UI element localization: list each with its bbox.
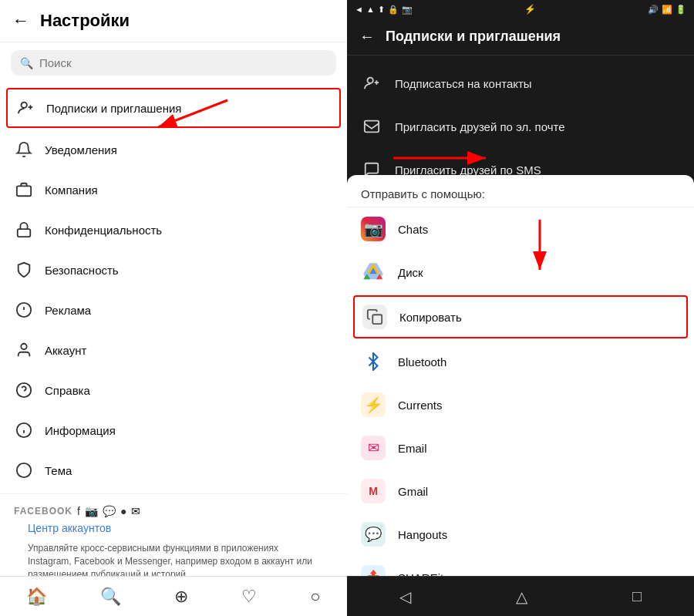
right-header: ← Подписки и приглашения	[347, 19, 694, 56]
fb-logo-icon: f	[77, 505, 80, 517]
left-bottom-nav: 🏠 🔍 ⊕ ♡ ○	[0, 576, 347, 616]
megaphone-icon	[14, 300, 34, 320]
share-item-hangouts[interactable]: 💬 Hangouts	[347, 513, 694, 556]
right-back-button[interactable]: ←	[359, 28, 375, 45]
left-menu-content: Подписки и приглашения Уведомления Компа…	[0, 83, 347, 576]
right-label-subscribe-contacts: Подписаться на контакты	[395, 77, 532, 90]
menu-item-help[interactable]: Справка	[0, 370, 347, 410]
menu-item-subscriptions[interactable]: Подписки и приглашения	[6, 88, 341, 128]
email-app-icon: ✉	[361, 436, 386, 460]
facebook-section: FACEBOOK f 📷 💬 ● ✉ Центр аккаунтов Управ…	[0, 493, 347, 576]
download-icon: ⬆	[378, 5, 385, 15]
right-nav-home-button[interactable]: △	[516, 587, 527, 606]
centro-accounts-link[interactable]: Центр аккаунтов	[14, 517, 333, 539]
status-bar: ◄ ▲ ⬆ 🔒 📷 ⚡ 🔊 📶 🔋	[347, 0, 694, 19]
lock-icon	[14, 220, 34, 240]
right-bottom-nav: ◁ △ □	[347, 576, 694, 616]
share-item-drive[interactable]: Диск	[347, 251, 694, 294]
svg-point-14	[17, 463, 31, 477]
nav-search-button[interactable]: 🔍	[100, 587, 121, 607]
status-left-icons: ◄ ▲ ⬆ 🔒 📷	[355, 5, 413, 15]
shareit-icon: 📤	[361, 565, 386, 576]
whatsapp-logo-icon: ✉	[131, 505, 140, 517]
right-nav-back-button[interactable]: ◁	[399, 587, 411, 606]
left-title: Настройки	[40, 11, 130, 31]
envelope-outline-icon	[361, 116, 382, 137]
right-label-invite-sms: Пригласить друзей по SMS	[395, 163, 541, 177]
right-menu-invite-email[interactable]: Пригласить друзей по эл. почте	[347, 105, 694, 148]
share-label-gmail: Gmail	[398, 485, 428, 498]
svg-rect-24	[372, 315, 382, 324]
right-label-invite-email: Пригласить друзей по эл. почте	[395, 120, 565, 133]
status-right-icons: 🔊 📶 🔋	[648, 5, 686, 15]
right-title: Подписки и приглашения	[386, 29, 561, 45]
menu-item-notifications[interactable]: Уведомления	[0, 130, 347, 170]
left-header: ← Настройки	[0, 0, 347, 42]
nav-heart-button[interactable]: ♡	[241, 587, 257, 607]
nav-add-button[interactable]: ⊕	[174, 587, 188, 607]
svg-point-8	[21, 344, 26, 349]
share-label-email: Email	[398, 442, 427, 455]
search-input[interactable]	[39, 56, 327, 69]
menu-label-info: Информация	[45, 424, 116, 437]
bluetooth-icon	[361, 349, 386, 374]
svg-point-15	[368, 78, 373, 83]
menu-label-help: Справка	[45, 384, 90, 397]
nav-profile-button[interactable]: ○	[310, 587, 320, 607]
share-item-gmail[interactable]: M Gmail	[347, 470, 694, 513]
share-label-chats: Chats	[398, 223, 428, 236]
copy-icon	[362, 305, 387, 329]
share-label-copy: Копировать	[399, 311, 462, 324]
info-icon	[14, 420, 34, 440]
facebook-section-title: FACEBOOK	[14, 506, 72, 517]
svg-point-0	[22, 103, 27, 108]
share-item-copy[interactable]: Копировать	[353, 295, 688, 338]
share-label-hangouts: Hangouts	[398, 528, 447, 541]
menu-label-company: Компания	[45, 183, 98, 197]
nav-home-button[interactable]: 🏠	[26, 587, 47, 607]
right-nav-recent-button[interactable]: □	[632, 587, 642, 605]
menu-item-privacy[interactable]: Конфиденциальность	[0, 210, 347, 250]
share-item-shareit[interactable]: 📤 SHAREit	[347, 556, 694, 576]
menu-item-ads[interactable]: Реклама	[0, 290, 347, 330]
hangouts-icon: 💬	[361, 522, 386, 547]
share-item-currents[interactable]: ⚡ Currents	[347, 383, 694, 426]
menu-label-theme: Тема	[45, 464, 72, 477]
menu-item-theme[interactable]: Тема	[0, 450, 347, 490]
currents-icon: ⚡	[361, 392, 386, 417]
menu-label-security: Безопасность	[45, 264, 119, 277]
menu-label-ads: Реклама	[45, 304, 91, 317]
menu-label-privacy: Конфиденциальность	[45, 224, 162, 237]
svg-rect-4	[18, 229, 31, 237]
shield-icon	[14, 260, 34, 280]
oculus-logo-icon: ●	[120, 505, 126, 517]
battery-charging-icon: ⚡	[524, 4, 536, 15]
bell-icon	[14, 140, 34, 160]
wifi-icon: 📶	[662, 5, 672, 15]
menu-item-company[interactable]: Компания	[0, 170, 347, 210]
person-add-outline-icon	[361, 72, 382, 94]
left-panel: ← Настройки 🔍 Подписки и приглашения Уве…	[0, 0, 347, 616]
menu-item-account[interactable]: Аккаунт	[0, 330, 347, 370]
menu-item-security[interactable]: Безопасность	[0, 250, 347, 290]
battery-icon: 🔋	[675, 5, 686, 15]
share-label-bluetooth: Bluetooth	[398, 355, 446, 369]
share-item-chats[interactable]: 📷 Chats	[347, 207, 694, 251]
menu-item-info[interactable]: Информация	[0, 410, 347, 450]
menu-label-notifications: Уведомления	[45, 143, 117, 157]
right-menu-subscribe-contacts[interactable]: Подписаться на контакты	[347, 62, 694, 105]
messenger-logo-icon: 💬	[103, 505, 116, 517]
camera-status-icon: 📷	[402, 5, 413, 15]
facebook-description: Управляйте кросс-сервисными функциями в …	[14, 539, 333, 576]
upload-icon: ▲	[366, 5, 375, 14]
svg-rect-3	[17, 186, 31, 196]
menu-label-subscriptions: Подписки и приглашения	[46, 102, 181, 115]
left-back-button[interactable]: ←	[12, 11, 29, 31]
svg-rect-18	[365, 121, 379, 133]
share-popup-header: Отправить с помощью:	[347, 175, 694, 207]
instagram-logo-icon: 📷	[85, 505, 98, 517]
right-panel: ◄ ▲ ⬆ 🔒 📷 ⚡ 🔊 📶 🔋 ← Подписки и приглашен…	[347, 0, 694, 616]
share-item-bluetooth[interactable]: Bluetooth	[347, 340, 694, 383]
share-item-email[interactable]: ✉ Email	[347, 426, 694, 470]
signal-icon: ◄	[355, 5, 363, 14]
